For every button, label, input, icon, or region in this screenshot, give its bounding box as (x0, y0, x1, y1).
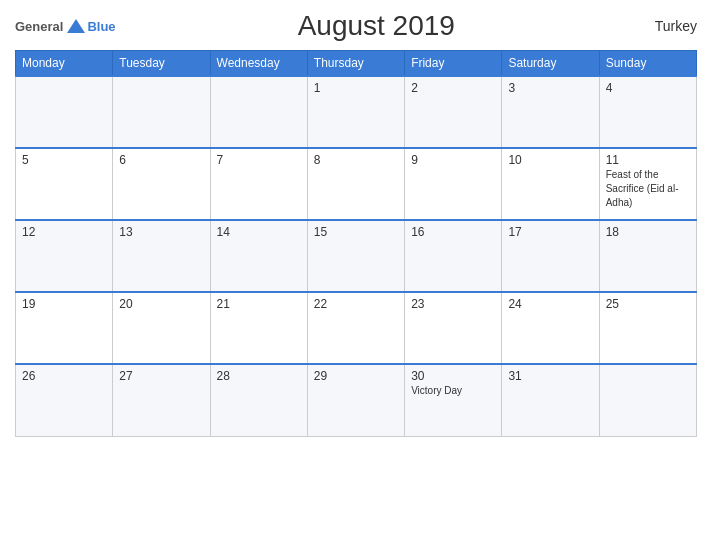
day-number: 14 (217, 225, 301, 239)
header: General Blue August 2019 Turkey (15, 10, 697, 42)
logo-flag-icon (67, 19, 85, 33)
logo-general-text: General (15, 19, 63, 34)
calendar-cell: 19 (16, 292, 113, 364)
calendar-cell: 29 (307, 364, 404, 436)
country-name: Turkey (637, 18, 697, 34)
calendar-week-row: 12131415161718 (16, 220, 697, 292)
day-number: 3 (508, 81, 592, 95)
calendar-week-row: 2627282930Victory Day31 (16, 364, 697, 436)
day-number: 5 (22, 153, 106, 167)
day-number: 23 (411, 297, 495, 311)
weekday-header-wednesday: Wednesday (210, 51, 307, 77)
day-number: 27 (119, 369, 203, 383)
calendar-cell: 14 (210, 220, 307, 292)
weekday-header-friday: Friday (405, 51, 502, 77)
calendar-cell: 8 (307, 148, 404, 220)
calendar-week-row: 567891011Feast of the Sacrifice (Eid al-… (16, 148, 697, 220)
calendar-cell: 22 (307, 292, 404, 364)
day-number: 12 (22, 225, 106, 239)
weekday-header-thursday: Thursday (307, 51, 404, 77)
day-number: 30 (411, 369, 495, 383)
day-number: 2 (411, 81, 495, 95)
weekday-header-tuesday: Tuesday (113, 51, 210, 77)
calendar-cell: 16 (405, 220, 502, 292)
day-number: 7 (217, 153, 301, 167)
day-number: 10 (508, 153, 592, 167)
calendar-cell: 3 (502, 76, 599, 148)
day-number: 28 (217, 369, 301, 383)
day-number: 29 (314, 369, 398, 383)
weekday-header-row: MondayTuesdayWednesdayThursdayFridaySatu… (16, 51, 697, 77)
calendar-cell: 21 (210, 292, 307, 364)
day-number: 31 (508, 369, 592, 383)
calendar-cell: 9 (405, 148, 502, 220)
calendar-cell: 5 (16, 148, 113, 220)
day-number: 24 (508, 297, 592, 311)
weekday-header-saturday: Saturday (502, 51, 599, 77)
calendar-week-row: 19202122232425 (16, 292, 697, 364)
calendar-cell: 25 (599, 292, 696, 364)
calendar-cell: 31 (502, 364, 599, 436)
day-number: 26 (22, 369, 106, 383)
logo-blue-text: Blue (87, 19, 115, 34)
day-number: 15 (314, 225, 398, 239)
day-number: 25 (606, 297, 690, 311)
day-number: 6 (119, 153, 203, 167)
calendar-cell: 4 (599, 76, 696, 148)
day-number: 1 (314, 81, 398, 95)
calendar-title: August 2019 (116, 10, 637, 42)
calendar-cell: 10 (502, 148, 599, 220)
calendar-cell (113, 76, 210, 148)
calendar-cell: 20 (113, 292, 210, 364)
calendar-cell: 1 (307, 76, 404, 148)
calendar-cell: 11Feast of the Sacrifice (Eid al-Adha) (599, 148, 696, 220)
calendar-cell (16, 76, 113, 148)
calendar-cell: 26 (16, 364, 113, 436)
weekday-header-sunday: Sunday (599, 51, 696, 77)
svg-marker-0 (67, 19, 85, 33)
calendar-page: General Blue August 2019 Turkey MondayTu… (0, 0, 712, 550)
day-number: 20 (119, 297, 203, 311)
day-number: 9 (411, 153, 495, 167)
calendar-cell: 30Victory Day (405, 364, 502, 436)
day-number: 17 (508, 225, 592, 239)
calendar-cell: 18 (599, 220, 696, 292)
calendar-cell: 23 (405, 292, 502, 364)
calendar-body: 1234567891011Feast of the Sacrifice (Eid… (16, 76, 697, 436)
calendar-week-row: 1234 (16, 76, 697, 148)
day-number: 21 (217, 297, 301, 311)
day-number: 4 (606, 81, 690, 95)
calendar-cell: 12 (16, 220, 113, 292)
calendar-cell: 27 (113, 364, 210, 436)
weekday-header-monday: Monday (16, 51, 113, 77)
calendar-cell: 17 (502, 220, 599, 292)
calendar-cell: 24 (502, 292, 599, 364)
calendar-cell: 2 (405, 76, 502, 148)
calendar-cell: 28 (210, 364, 307, 436)
day-number: 11 (606, 153, 690, 167)
calendar-header: MondayTuesdayWednesdayThursdayFridaySatu… (16, 51, 697, 77)
calendar-cell: 6 (113, 148, 210, 220)
calendar-table: MondayTuesdayWednesdayThursdayFridaySatu… (15, 50, 697, 437)
logo: General Blue (15, 19, 116, 34)
day-number: 16 (411, 225, 495, 239)
calendar-cell: 15 (307, 220, 404, 292)
day-number: 19 (22, 297, 106, 311)
day-number: 22 (314, 297, 398, 311)
holiday-text: Feast of the Sacrifice (Eid al-Adha) (606, 169, 679, 208)
day-number: 18 (606, 225, 690, 239)
calendar-cell (210, 76, 307, 148)
calendar-cell (599, 364, 696, 436)
day-number: 8 (314, 153, 398, 167)
day-number: 13 (119, 225, 203, 239)
calendar-cell: 7 (210, 148, 307, 220)
calendar-cell: 13 (113, 220, 210, 292)
holiday-text: Victory Day (411, 385, 462, 396)
